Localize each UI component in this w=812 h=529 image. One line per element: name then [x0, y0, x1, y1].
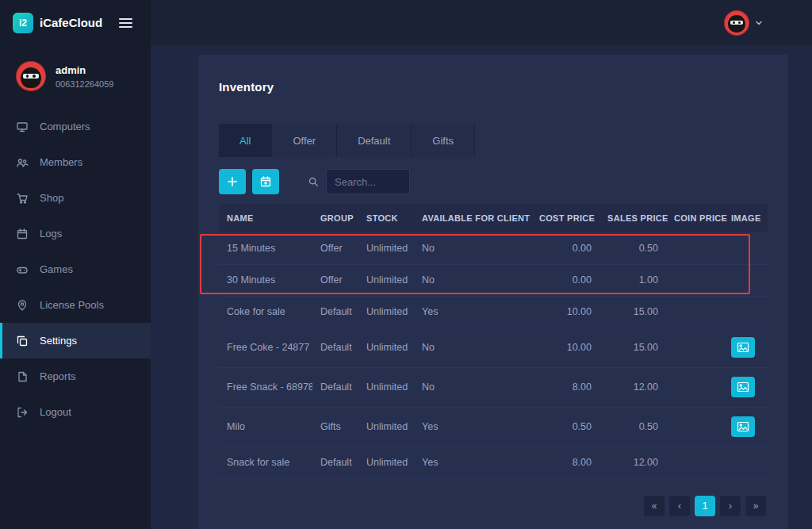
user-id: 006312264059: [56, 79, 113, 89]
sidebar-item-members[interactable]: Members: [0, 144, 151, 180]
tab-gifts[interactable]: Gifts: [412, 124, 475, 157]
add-offer-button[interactable]: [252, 169, 279, 194]
inventory-table: NAMEGROUPSTOCKAVAILABLE FOR CLIENTCOST P…: [219, 204, 768, 479]
cell-sales: 1.00: [599, 264, 666, 296]
sidebar-user: admin 006312264059: [0, 61, 151, 109]
image-button[interactable]: [731, 337, 755, 358]
page-1-button[interactable]: 1: [695, 496, 715, 516]
user-name: admin: [56, 64, 113, 76]
cell-available: No: [414, 367, 531, 407]
sidebar-item-games[interactable]: Games: [0, 251, 151, 287]
cell-available: No: [414, 328, 531, 367]
sidebar-item-label: Games: [40, 263, 73, 275]
tab-offer[interactable]: Offer: [272, 124, 337, 157]
cell-available: Yes: [414, 296, 531, 328]
cell-sales: 12.00: [599, 367, 666, 407]
sidebar-item-logs[interactable]: Logs: [0, 216, 151, 251]
image-icon: [737, 421, 749, 432]
page-last-button[interactable]: »: [745, 496, 766, 516]
image-icon: [737, 342, 749, 353]
hamburger-bar: [119, 18, 132, 20]
toolbar-buttons: [219, 169, 279, 194]
image-button[interactable]: [731, 377, 755, 397]
gamepad-icon: [16, 263, 29, 276]
chevron-down-icon[interactable]: [755, 19, 763, 27]
table-row: Snack for saleDefaultUnlimitedYes8.0012.…: [219, 447, 768, 478]
calendar-plus-icon: [259, 175, 272, 188]
cell-name: Coke for sale: [219, 296, 312, 328]
brand-name: iCafeCloud: [40, 16, 113, 29]
sidebar-item-license-pools[interactable]: License Pools: [0, 287, 151, 323]
monitor-icon: [16, 121, 29, 133]
cell-sales: 15.00: [599, 328, 666, 367]
sidebar-item-logout[interactable]: Logout: [0, 394, 151, 430]
cell-stock: Unlimited: [358, 264, 414, 296]
user-avatar: [16, 61, 46, 91]
cart-icon: [16, 192, 29, 205]
cell-cost: 10.00: [531, 328, 599, 367]
cell-image: [723, 367, 768, 407]
cell-name: Free Coke - 24877: [219, 328, 312, 367]
sidebar-item-label: Computers: [40, 121, 90, 132]
cell-image: [723, 264, 768, 296]
tab-all[interactable]: All: [219, 124, 272, 157]
sidebar-item-settings[interactable]: Settings: [0, 323, 151, 358]
sidebar-item-label: Logout: [40, 406, 71, 418]
tab-default[interactable]: Default: [337, 124, 412, 157]
sidebar-item-label: Members: [40, 156, 82, 168]
app-body: admin 006312264059 ComputersMembersShopL…: [0, 45, 812, 529]
cell-cost: 0.50: [531, 407, 599, 447]
calendar-icon: [16, 228, 29, 240]
cell-coin: [666, 447, 723, 478]
cell-coin: [666, 328, 723, 367]
layers-icon: [16, 335, 29, 347]
cell-group: Gifts: [312, 407, 358, 447]
page-prev-button[interactable]: ‹: [669, 496, 690, 516]
page-first-button[interactable]: «: [644, 496, 665, 516]
cell-available: No: [414, 232, 531, 264]
sidebar-item-label: License Pools: [40, 299, 104, 311]
cell-group: Offer: [312, 232, 358, 264]
cell-sales: 0.50: [599, 232, 666, 264]
cell-image: [723, 447, 768, 478]
add-item-button[interactable]: [219, 169, 246, 194]
hamburger-bar: [119, 22, 132, 24]
pin-icon: [16, 299, 29, 312]
cell-image: [723, 296, 768, 328]
cell-sales: 15.00: [599, 296, 666, 328]
sidebar-item-shop[interactable]: Shop: [0, 180, 151, 216]
cell-cost: 0.00: [531, 264, 599, 296]
cell-coin: [666, 296, 723, 328]
inventory-table-wrap: NAMEGROUPSTOCKAVAILABLE FOR CLIENTCOST P…: [219, 204, 768, 479]
cell-group: Default: [312, 328, 358, 367]
cell-group: Offer: [312, 264, 358, 296]
cell-stock: Unlimited: [358, 232, 414, 264]
user-avatar[interactable]: [724, 10, 749, 36]
image-button[interactable]: [731, 416, 755, 437]
sidebar-item-reports[interactable]: Reports: [0, 358, 151, 394]
page-next-button[interactable]: ›: [720, 496, 741, 516]
sidebar-item-label: Logs: [40, 228, 62, 240]
menu-toggle-button[interactable]: [119, 15, 138, 31]
table-row: 15 MinutesOfferUnlimitedNo0.000.50: [219, 232, 768, 264]
sidebar: admin 006312264059 ComputersMembersShopL…: [0, 45, 151, 529]
cell-name: 30 Minutes: [219, 264, 312, 296]
cell-available: Yes: [414, 447, 531, 478]
inventory-tabs: AllOfferDefaultGifts: [219, 124, 768, 157]
toolbar: [219, 169, 768, 194]
cell-available: Yes: [414, 407, 531, 447]
page-title: Inventory: [219, 80, 768, 94]
main-content: Inventory AllOfferDefaultGifts NAMEGROUP…: [151, 45, 812, 529]
inventory-card: Inventory AllOfferDefaultGifts NAMEGROUP…: [198, 55, 788, 529]
cell-stock: Unlimited: [358, 367, 414, 407]
search-input[interactable]: [326, 169, 410, 194]
cell-group: Default: [312, 296, 358, 328]
sidebar-item-computers[interactable]: Computers: [0, 109, 151, 144]
cell-stock: Unlimited: [358, 296, 414, 328]
sidebar-item-label: Settings: [40, 335, 77, 347]
column-header-name: NAME: [219, 204, 312, 232]
cell-cost: 8.00: [531, 447, 599, 478]
topbar-user-menu[interactable]: [724, 10, 812, 36]
column-header-group: GROUP: [312, 204, 358, 232]
cell-name: Milo: [219, 407, 312, 447]
